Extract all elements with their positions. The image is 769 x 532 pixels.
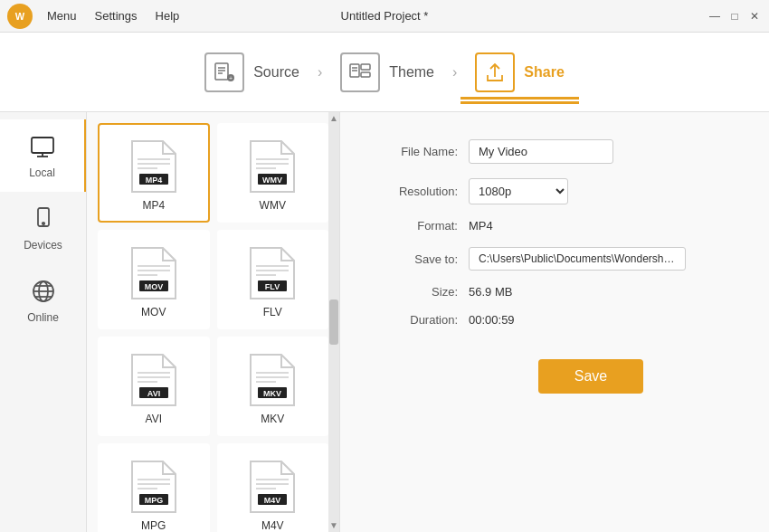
duration-value: 00:00:59 [469,313,515,327]
format-flv[interactable]: FLV FLV [217,230,329,329]
menu-settings[interactable]: Settings [88,5,145,26]
svg-text:M4V: M4V [264,496,281,505]
m4v-label: M4V [261,519,284,532]
save-button[interactable]: Save [538,359,643,394]
file-name-input[interactable] [469,139,613,164]
format-value: MP4 [469,219,493,233]
wmv-label: WMV [260,199,286,212]
svg-rect-9 [361,64,370,70]
duration-row: Duration: 00:00:59 [376,313,733,327]
save-to-row: Save to: C:\Users\Public\Documents\Wonde… [376,247,733,271]
format-mp4[interactable]: MP4 MP4 [98,123,210,223]
flv-icon: FLV [249,246,296,300]
stepbar: + Source › Theme › Share [0,33,769,112]
step-theme[interactable]: Theme [326,45,449,100]
save-to-label: Save to: [376,252,458,266]
resolution-select[interactable]: 720p 1080p 4K [469,178,568,204]
source-icon: + [204,52,244,92]
devices-label: Devices [24,239,62,252]
size-value: 56.9 MB [469,285,512,299]
theme-label: Theme [389,64,434,81]
app-logo: W [7,4,33,29]
format-row: Format: MP4 [376,219,733,233]
scroll-down-arrow[interactable]: ▼ [329,521,338,530]
format-wmv[interactable]: WMV WMV [217,123,329,223]
m4v-icon: M4V [249,460,296,514]
svg-text:AVI: AVI [147,389,160,398]
step-sep-1: › [314,64,326,81]
source-label: Source [253,64,299,81]
main-content: Local Devices Online [0,112,769,532]
mkv-icon: MKV [249,353,296,407]
mpg-label: MPG [141,519,166,532]
avi-icon: AVI [130,353,177,407]
share-label: Share [524,64,564,81]
share-icon [475,52,515,92]
svg-rect-13 [32,138,53,153]
scroll-up-arrow[interactable]: ▲ [329,114,338,123]
minimize-button[interactable]: — [707,9,722,24]
mp4-label: MP4 [142,199,165,212]
svg-rect-10 [361,72,370,77]
theme-icon [340,52,380,92]
format-mkv[interactable]: MKV MKV [217,337,329,436]
svg-text:MKV: MKV [263,389,281,398]
format-panel: MP4 MP4 WMV WMV [87,112,340,532]
file-name-label: File Name: [376,145,458,158]
step-source[interactable]: + Source [190,45,314,100]
format-m4v[interactable]: M4V M4V [217,443,329,532]
svg-point-17 [42,223,43,224]
mp4-icon: MP4 [130,139,177,194]
avi-label: AVI [146,413,162,425]
mkv-label: MKV [261,413,284,425]
window-title: Untitled Project * [341,9,429,23]
size-label: Size: [376,285,458,299]
flv-label: FLV [263,306,282,318]
save-to-value: C:\Users\Public\Documents\Wondershare Fo… [469,247,686,271]
sidebar: Local Devices Online [0,112,87,532]
wmv-icon: WMV [249,139,296,194]
format-mpg[interactable]: MPG MPG [98,443,210,532]
local-label: Local [29,166,55,179]
sidebar-item-local[interactable]: Local [0,119,86,192]
settings-panel: File Name: Resolution: 720p 1080p 4K For… [340,112,769,532]
svg-text:MOV: MOV [144,282,163,291]
titlebar: W Menu Settings Help Untitled Project * … [0,0,769,33]
sidebar-item-devices[interactable]: Devices [0,192,86,264]
menu-help[interactable]: Help [148,5,187,26]
mov-label: MOV [141,306,166,318]
online-label: Online [27,311,59,324]
svg-text:MPG: MPG [144,496,163,505]
menu-bar: Menu Settings Help [40,5,186,26]
svg-text:W: W [15,11,25,22]
step-sep-2: › [449,64,460,81]
window-controls: — □ ✕ [707,9,762,24]
close-button[interactable]: ✕ [747,9,762,24]
format-display-label: Format: [376,219,458,233]
resolution-row: Resolution: 720p 1080p 4K [376,178,733,204]
mpg-icon: MPG [130,460,177,514]
svg-rect-2 [215,63,228,80]
file-name-row: File Name: [376,139,733,164]
step-share[interactable]: Share [460,45,578,100]
svg-text:MP4: MP4 [145,176,162,185]
svg-text:FLV: FLV [265,282,280,291]
mov-icon: MOV [130,246,177,300]
format-avi[interactable]: AVI AVI [98,337,210,436]
format-mov[interactable]: MOV MOV [98,230,210,329]
format-grid: MP4 MP4 WMV WMV [87,112,339,532]
duration-label: Duration: [376,313,458,327]
sidebar-item-online[interactable]: Online [0,264,86,337]
maximize-button[interactable]: □ [727,9,742,24]
size-row: Size: 56.9 MB [376,285,733,299]
resolution-label: Resolution: [376,185,458,198]
svg-text:+: + [229,75,233,81]
svg-text:WMV: WMV [262,176,282,185]
menu-menu[interactable]: Menu [40,5,84,26]
